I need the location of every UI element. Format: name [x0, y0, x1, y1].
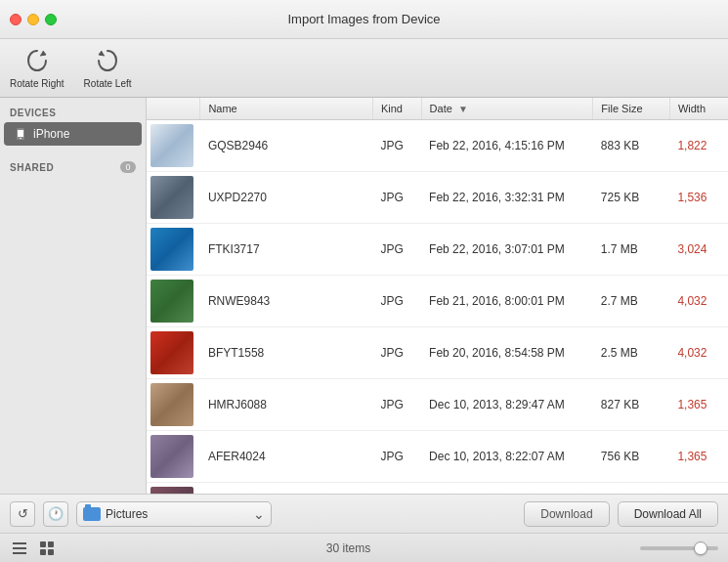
th-date[interactable]: Date ▼	[421, 98, 593, 120]
cell-name: HMRJ6088	[200, 379, 373, 431]
shared-badge: 0	[120, 161, 136, 173]
folder-selector[interactable]: Pictures ⌄	[76, 501, 272, 527]
window-title: Import Images from Device	[287, 12, 440, 26]
table-row[interactable]: FTKI3717 JPG Feb 22, 2016, 3:07:01 PM 1.…	[147, 224, 728, 276]
thumbnail	[150, 176, 193, 219]
table-body: GQSB2946 JPG Feb 22, 2016, 4:15:16 PM 88…	[147, 120, 728, 495]
cell-width: 1,536	[669, 172, 728, 224]
content-area: Name Kind Date ▼ File Size	[147, 98, 728, 494]
cell-filesize: 827 KB	[593, 379, 670, 431]
grid-view-button[interactable]	[37, 539, 57, 558]
shared-header: SHARED 0	[0, 157, 146, 177]
rotate-left-icon	[94, 47, 121, 74]
table-container[interactable]: Name Kind Date ▼ File Size	[147, 98, 728, 494]
svg-rect-1	[18, 130, 23, 137]
back-icon: ↺	[18, 506, 28, 521]
devices-header: DEVICES	[0, 104, 146, 122]
svg-rect-9	[48, 549, 54, 555]
items-count: 30 items	[64, 541, 632, 555]
toolbar: Rotate Right Rotate Left	[0, 39, 728, 98]
minimize-button[interactable]	[27, 14, 39, 25]
cell-preview	[147, 276, 200, 327]
cell-preview	[147, 431, 200, 483]
rotate-right-button[interactable]: Rotate Right	[10, 47, 64, 89]
cell-filesize: 883 KB	[593, 120, 670, 172]
cell-date: Feb 22, 2016, 3:07:01 PM	[421, 224, 593, 276]
cell-name: UXPD2270	[200, 172, 373, 224]
back-button[interactable]: ↺	[10, 501, 35, 527]
th-filesize[interactable]: File Size	[593, 98, 670, 120]
table-row[interactable]: RNWE9843 JPG Feb 21, 2016, 8:00:01 PM 2.…	[147, 276, 728, 327]
cell-name: GQSB2946	[200, 120, 373, 172]
thumbnail	[150, 487, 193, 494]
traffic-lights	[10, 14, 57, 25]
cell-kind: JPG	[372, 483, 421, 495]
thumbnail	[150, 435, 193, 478]
rotate-left-button[interactable]: Rotate Left	[84, 47, 132, 89]
cell-filesize: 725 KB	[593, 172, 670, 224]
list-view-button[interactable]	[10, 539, 29, 558]
svg-point-2	[20, 138, 21, 140]
cell-kind: JPG	[372, 120, 421, 172]
cell-kind: JPG	[372, 431, 421, 483]
close-button[interactable]	[10, 14, 21, 25]
cell-name: AFER4024	[200, 431, 373, 483]
cell-name: FTKI3717	[200, 224, 373, 276]
titlebar: Import Images from Device	[0, 0, 728, 39]
cell-date: Feb 21, 2016, 8:00:01 PM	[421, 276, 593, 327]
th-name[interactable]: Name	[200, 98, 373, 120]
cell-date: Feb 20, 2016, 8:54:58 PM	[421, 327, 593, 379]
folder-name: Pictures	[106, 507, 248, 521]
iphone-icon	[14, 127, 27, 141]
cell-width: 1,365	[669, 483, 728, 495]
cell-width: 3,024	[669, 224, 728, 276]
th-width[interactable]: Width	[669, 98, 728, 120]
download-button[interactable]: Download	[524, 501, 609, 527]
grid-view-icon	[39, 540, 55, 556]
cell-date: Dec 10, 2013, 8:22:07 AM	[421, 431, 593, 483]
main-layout: DEVICES iPhone SHARED 0	[0, 98, 728, 494]
th-kind[interactable]: Kind	[372, 98, 421, 120]
table-row[interactable]: FTHL7015 JPG Dec 10, 2013, 8:13:55 AM 71…	[147, 483, 728, 495]
images-table: Name Kind Date ▼ File Size	[147, 98, 728, 494]
iphone-label: iPhone	[33, 127, 69, 141]
download-all-button[interactable]: Download All	[618, 501, 718, 527]
svg-rect-6	[40, 541, 46, 547]
status-bar: 30 items	[0, 533, 728, 562]
maximize-button[interactable]	[45, 14, 57, 25]
svg-rect-8	[40, 549, 46, 555]
table-row[interactable]: AFER4024 JPG Dec 10, 2013, 8:22:07 AM 75…	[147, 431, 728, 483]
devices-section: DEVICES iPhone	[0, 98, 146, 151]
thumbnail	[150, 280, 193, 323]
svg-rect-3	[13, 542, 26, 544]
cell-filesize: 756 KB	[593, 431, 670, 483]
devices-title: DEVICES	[10, 108, 56, 118]
cell-kind: JPG	[372, 276, 421, 327]
th-preview	[147, 98, 200, 120]
cell-preview	[147, 172, 200, 224]
cell-date: Feb 22, 2016, 3:32:31 PM	[421, 172, 593, 224]
table-row[interactable]: GQSB2946 JPG Feb 22, 2016, 4:15:16 PM 88…	[147, 120, 728, 172]
cell-preview	[147, 120, 200, 172]
cell-filesize: 2.5 MB	[593, 327, 670, 379]
bottom-bar: ↺ 🕐 Pictures ⌄ Download Download All	[0, 494, 728, 533]
table-row[interactable]: BFYT1558 JPG Feb 20, 2016, 8:54:58 PM 2.…	[147, 327, 728, 379]
svg-rect-5	[13, 552, 26, 554]
clock-icon: 🕐	[48, 506, 64, 521]
cell-preview	[147, 327, 200, 379]
folder-icon	[83, 507, 101, 521]
sidebar-item-iphone[interactable]: iPhone	[4, 122, 142, 146]
history-button[interactable]: 🕐	[43, 501, 68, 527]
zoom-slider-thumb[interactable]	[694, 541, 707, 555]
cell-preview	[147, 224, 200, 276]
cell-width: 1,365	[669, 431, 728, 483]
cell-width: 1,822	[669, 120, 728, 172]
table-row[interactable]: UXPD2270 JPG Feb 22, 2016, 3:32:31 PM 72…	[147, 172, 728, 224]
rotate-left-label: Rotate Left	[84, 78, 132, 89]
cell-filesize: 1.7 MB	[593, 224, 670, 276]
zoom-slider[interactable]	[640, 546, 718, 550]
svg-rect-4	[13, 547, 26, 549]
rotate-right-label: Rotate Right	[10, 78, 64, 89]
cell-filesize: 2.7 MB	[593, 276, 670, 327]
table-row[interactable]: HMRJ6088 JPG Dec 10, 2013, 8:29:47 AM 82…	[147, 379, 728, 431]
